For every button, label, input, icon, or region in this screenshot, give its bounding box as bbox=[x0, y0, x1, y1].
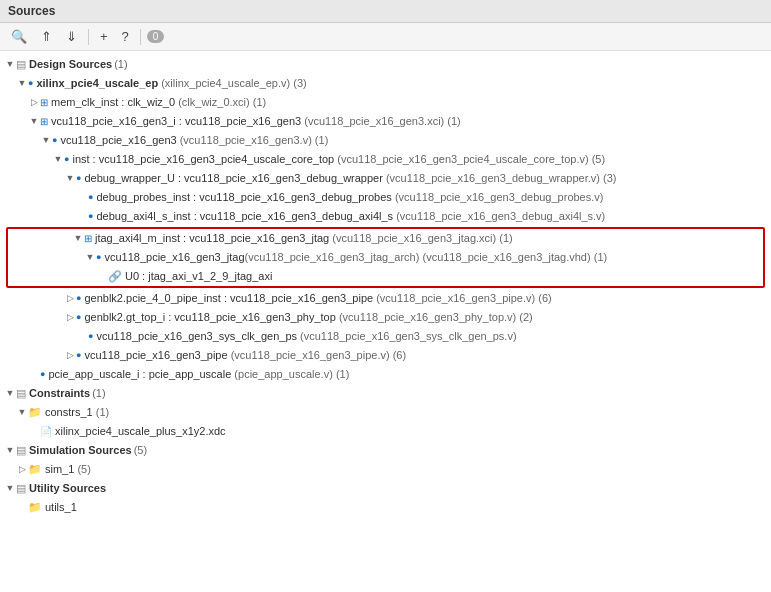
circle-icon: ● bbox=[88, 189, 93, 206]
panel: Sources 🔍 ⇑ ⇓ + ? 0 ▼ ▤ Design Sources (… bbox=[0, 0, 771, 583]
expand-icon[interactable]: ▼ bbox=[16, 404, 28, 421]
xilinx-pcie-ep-row[interactable]: ▼ ● xilinx_pcie4_uscale_ep (xilinx_pcie4… bbox=[0, 74, 771, 93]
expand-icon[interactable]: ▼ bbox=[64, 170, 76, 187]
toolbar: 🔍 ⇑ ⇓ + ? 0 bbox=[0, 23, 771, 51]
utils1-row[interactable]: ▷ 📁 utils_1 bbox=[0, 498, 771, 517]
node-text: utils_1 bbox=[45, 499, 77, 516]
node-text: xilinx_pcie4_uscale_ep (xilinx_pcie4_usc… bbox=[36, 75, 306, 92]
inst-core-top-row[interactable]: ▼ ● inst : vcu118_pcie_x16_gen3_pcie4_us… bbox=[0, 150, 771, 169]
expand-icon[interactable]: ▼ bbox=[4, 480, 16, 497]
node-text: xilinx_pcie4_uscale_plus_x1y2.xdc bbox=[55, 423, 226, 440]
expand-icon[interactable]: ▷ bbox=[64, 347, 76, 364]
badge-count: 0 bbox=[147, 30, 165, 43]
node-text: vcu118_pcie_x16_gen3_pipe (vcu118_pcie_x… bbox=[84, 347, 406, 364]
expand-icon[interactable]: ▼ bbox=[16, 75, 28, 92]
mem-clk-inst-row[interactable]: ▷ ⊞ mem_clk_inst : clk_wiz_0 (clk_wiz_0.… bbox=[0, 93, 771, 112]
link-icon: 🔗 bbox=[108, 268, 122, 285]
node-text: genblk2.gt_top_i : vcu118_pcie_x16_gen3_… bbox=[84, 309, 532, 326]
circle-icon: ● bbox=[88, 208, 93, 225]
expand-icon[interactable]: ▷ bbox=[28, 94, 40, 111]
circle-icon: ● bbox=[76, 309, 81, 326]
u0-jtag-axi-row[interactable]: ▷ 🔗 U0 : jtag_axi_v1_2_9_jtag_axi bbox=[8, 267, 763, 286]
circle-icon: ● bbox=[28, 75, 33, 92]
design-sources-count: (1) bbox=[114, 56, 127, 73]
vcu118-gen3-i-row[interactable]: ▼ ⊞ vcu118_pcie_x16_gen3_i : vcu118_pcie… bbox=[0, 112, 771, 131]
debug-axi4l-row[interactable]: ▷ ● debug_axi4l_s_inst : vcu118_pcie_x16… bbox=[0, 207, 771, 226]
expand-icon[interactable]: ▼ bbox=[72, 230, 84, 247]
node-text: genblk2.pcie_4_0_pipe_inst : vcu118_pcie… bbox=[84, 290, 551, 307]
node-text: constrs_1 (1) bbox=[45, 404, 109, 421]
circle-icon: ● bbox=[52, 132, 57, 149]
sim1-row[interactable]: ▷ 📁 sim_1 (5) bbox=[0, 460, 771, 479]
circle-icon: ● bbox=[64, 151, 69, 168]
constrs1-row[interactable]: ▼ 📁 constrs_1 (1) bbox=[0, 403, 771, 422]
gen3-pipe-row[interactable]: ▷ ● vcu118_pcie_x16_gen3_pipe (vcu118_pc… bbox=[0, 346, 771, 365]
constraints-header[interactable]: ▼ ▤ Constraints (1) bbox=[0, 384, 771, 403]
node-text: debug_wrapper_U : vcu118_pcie_x16_gen3_d… bbox=[84, 170, 616, 187]
expand-icon[interactable]: ▼ bbox=[4, 442, 16, 459]
utility-sources-header[interactable]: ▼ ▤ Utility Sources bbox=[0, 479, 771, 498]
node-text: vcu118_pcie_x16_gen3 (vcu118_pcie_x16_ge… bbox=[60, 132, 328, 149]
expand-icon[interactable]: ▼ bbox=[4, 56, 16, 73]
expand-icon[interactable]: ▼ bbox=[40, 132, 52, 149]
search-button[interactable]: 🔍 bbox=[6, 26, 32, 47]
simulation-sources-label: Simulation Sources bbox=[29, 442, 132, 459]
sys-clk-gen-ps-row[interactable]: ▷ ● vcu118_pcie_x16_gen3_sys_clk_gen_ps … bbox=[0, 327, 771, 346]
toolbar-separator bbox=[88, 29, 89, 45]
genblk2-gt-top-row[interactable]: ▷ ● genblk2.gt_top_i : vcu118_pcie_x16_g… bbox=[0, 308, 771, 327]
debug-wrapper-row[interactable]: ▼ ● debug_wrapper_U : vcu118_pcie_x16_ge… bbox=[0, 169, 771, 188]
utility-sources-label: Utility Sources bbox=[29, 480, 106, 497]
source-tree: ▼ ▤ Design Sources (1) ▼ ● xilinx_pcie4_… bbox=[0, 51, 771, 583]
info-button[interactable]: ? bbox=[117, 26, 134, 47]
constraints-count: (1) bbox=[92, 385, 105, 402]
circle-icon: ● bbox=[76, 170, 81, 187]
vcu118-gen3-row[interactable]: ▼ ● vcu118_pcie_x16_gen3 (vcu118_pcie_x1… bbox=[0, 131, 771, 150]
expand-icon[interactable]: ▼ bbox=[52, 151, 64, 168]
pcie-app-uscale-row[interactable]: ▷ ● pcie_app_uscale_i : pcie_app_uscale … bbox=[0, 365, 771, 384]
debug-probes-row[interactable]: ▷ ● debug_probes_inst : vcu118_pcie_x16_… bbox=[0, 188, 771, 207]
expand-icon[interactable]: ▷ bbox=[16, 461, 28, 478]
node-text: debug_axi4l_s_inst : vcu118_pcie_x16_gen… bbox=[96, 208, 605, 225]
simulation-sources-header[interactable]: ▼ ▤ Simulation Sources (5) bbox=[0, 441, 771, 460]
node-text: vcu118_pcie_x16_gen3_i : vcu118_pcie_x16… bbox=[51, 113, 461, 130]
circle-icon: ● bbox=[76, 347, 81, 364]
circle-icon: ● bbox=[96, 249, 101, 266]
genblk2-pipe-row[interactable]: ▷ ● genblk2.pcie_4_0_pipe_inst : vcu118_… bbox=[0, 289, 771, 308]
design-sources-label: Design Sources bbox=[29, 56, 112, 73]
circle-icon: ● bbox=[40, 366, 45, 383]
filter-up-button[interactable]: ⇑ bbox=[36, 26, 57, 47]
xdc-file-row[interactable]: ▷ 📄 xilinx_pcie4_uscale_plus_x1y2.xdc bbox=[0, 422, 771, 441]
expand-icon[interactable]: ▼ bbox=[28, 113, 40, 130]
expand-icon[interactable]: ▷ bbox=[64, 290, 76, 307]
node-text: U0 : jtag_axi_v1_2_9_jtag_axi bbox=[125, 268, 272, 285]
filter-down-button[interactable]: ⇓ bbox=[61, 26, 82, 47]
circle-icon: ● bbox=[76, 290, 81, 307]
add-button[interactable]: + bbox=[95, 26, 113, 47]
node-text: mem_clk_inst : clk_wiz_0 (clk_wiz_0.xci)… bbox=[51, 94, 266, 111]
jtag-highlight-box: ▼ ⊞ jtag_axi4l_m_inst : vcu118_pcie_x16_… bbox=[6, 227, 765, 288]
expand-icon[interactable]: ▷ bbox=[64, 309, 76, 326]
design-sources-header[interactable]: ▼ ▤ Design Sources (1) bbox=[0, 55, 771, 74]
jtag-axi4l-m-inst-row[interactable]: ▼ ⊞ jtag_axi4l_m_inst : vcu118_pcie_x16_… bbox=[8, 229, 763, 248]
node-text: vcu118_pcie_x16_gen3_sys_clk_gen_ps (vcu… bbox=[96, 328, 516, 345]
node-text: jtag_axi4l_m_inst : vcu118_pcie_x16_gen3… bbox=[95, 230, 513, 247]
expand-icon[interactable]: ▼ bbox=[4, 385, 16, 402]
toolbar-separator-2 bbox=[140, 29, 141, 45]
node-text: pcie_app_uscale_i : pcie_app_uscale (pci… bbox=[48, 366, 349, 383]
node-text: sim_1 (5) bbox=[45, 461, 91, 478]
node-text: vcu118_pcie_x16_gen3_jtag(vcu118_pcie_x1… bbox=[104, 249, 607, 266]
expand-icon[interactable]: ▼ bbox=[84, 249, 96, 266]
panel-title: Sources bbox=[0, 0, 771, 23]
node-text: inst : vcu118_pcie_x16_gen3_pcie4_uscale… bbox=[72, 151, 605, 168]
vcu118-jtag-arch-row[interactable]: ▼ ● vcu118_pcie_x16_gen3_jtag(vcu118_pci… bbox=[8, 248, 763, 267]
node-text: debug_probes_inst : vcu118_pcie_x16_gen3… bbox=[96, 189, 603, 206]
simulation-count: (5) bbox=[134, 442, 147, 459]
constraints-label: Constraints bbox=[29, 385, 90, 402]
circle-icon: ● bbox=[88, 328, 93, 345]
